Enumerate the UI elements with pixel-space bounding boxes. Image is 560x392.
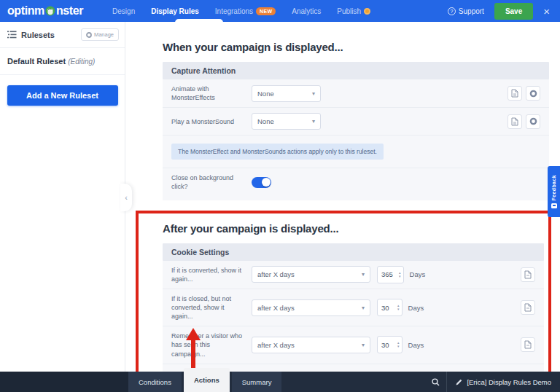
caret-down-icon: ▾ [362,271,365,278]
search-button[interactable] [424,372,446,392]
monster-effects-row: Animate with MonsterEffects None ▾ [163,79,549,108]
support-link[interactable]: ? Support [448,7,484,15]
caret-down-icon: ▾ [362,342,365,348]
remember-interval-select[interactable]: after X days ▾ [252,337,370,353]
logo-text-left: optinm [7,4,44,17]
main-nav: Design Display Rules Integrations NEW An… [112,7,370,15]
cookie-settings-panel: Cookie Settings If it is converted, show… [163,243,544,372]
closed-interval-select[interactable]: after X days ▾ [252,299,370,316]
nav-item-display-rules[interactable]: Display Rules [151,7,199,15]
sidebar-title: Rulesets [21,31,55,39]
days-stepper[interactable]: ▴▾ [377,299,402,316]
caret-down-icon: ▾ [362,305,365,311]
stepper-down-icon[interactable]: ▾ [397,345,400,348]
tab-conditions[interactable]: Conditions [128,372,182,392]
docs-button[interactable] [521,267,535,282]
feedback-label: Feedback [551,175,556,201]
row-label: Play a MonsterSound [171,117,252,126]
stepper-down-icon[interactable]: ▾ [397,307,400,311]
ruleset-editing-state: (Editing) [68,58,95,66]
monster-effects-select[interactable]: None ▾ [252,85,321,102]
selected-value: after X days [257,270,295,278]
nav-item-label: Publish [337,7,361,15]
divider [0,74,125,75]
remember-visitor-row: Remember a visitor who has seen this cam… [163,326,544,364]
background-click-row: Close on background click? [163,168,549,200]
closed-cookie-row: If it is closed, but not converted, show… [163,289,544,326]
nav-item-design[interactable]: Design [112,7,135,15]
new-badge: NEW [256,7,276,15]
optinmonster-logo: optinm nster [7,4,83,17]
ruleset-note: The MonsterEffect and MonsterSounds acti… [171,144,384,160]
docs-button[interactable] [521,337,535,352]
settings-button[interactable] [526,86,540,101]
docs-button[interactable] [521,300,535,315]
campaign-name: [Erica] Display Rules Demo [467,378,551,386]
monster-sound-row: Play a MonsterSound None ▾ [163,108,549,136]
add-ruleset-button[interactable]: Add a New Ruleset [7,85,118,106]
capture-attention-panel: Capture Attention Animate with MonsterEf… [163,62,549,200]
nav-item-publish[interactable]: Publish [337,7,370,15]
monster-sound-select[interactable]: None ▾ [252,113,321,130]
selected-value: None [257,117,274,125]
nav-item-label: Integrations [215,7,253,15]
close-on-background-toggle[interactable] [252,177,271,188]
settings-icon [529,90,537,98]
manage-label: Manage [94,31,114,38]
campaign-name-button[interactable]: [Erica] Display Rules Demo [447,378,560,386]
pencil-icon [456,379,462,385]
caret-down-icon: ▾ [312,118,315,125]
document-icon [524,270,532,279]
days-unit-label: Days [408,304,424,312]
rulesets-sidebar: Rulesets Manage Default Ruleset (Editing… [0,22,125,372]
toggle-label: Close on background click? [171,173,252,191]
manage-button[interactable]: Manage [81,28,119,41]
days-input[interactable] [378,267,397,283]
days-stepper[interactable]: ▴▾ [377,266,404,283]
nav-item-analytics[interactable]: Analytics [292,7,321,15]
tab-summary[interactable]: Summary [232,372,282,392]
days-stepper[interactable]: ▴▾ [377,336,402,353]
selected-value: None [257,90,274,98]
question-circle-icon: ? [448,7,456,15]
tab-actions[interactable]: Actions [184,368,230,392]
list-icon [7,31,17,39]
ruleset-name: Default Ruleset [7,57,66,66]
red-arrow-annotation [184,328,203,372]
gear-icon [86,32,92,38]
logo-text-right: nster [56,4,83,17]
publish-badge-icon [364,8,370,15]
feedback-icon [551,203,557,208]
top-navbar: optinm nster Design Display Rules Integr… [0,0,560,22]
toolbar-spacer [0,372,128,392]
days-unit-label: Days [408,341,424,349]
settings-icon [529,117,537,125]
days-input[interactable] [378,337,395,353]
main-content: When your campaign is displayed... Captu… [125,22,560,372]
docs-button[interactable] [508,86,522,101]
converted-interval-select[interactable]: after X days ▾ [252,266,370,283]
document-icon [524,303,532,312]
note-row: The MonsterEffect and MonsterSounds acti… [163,136,549,168]
selected-value: after X days [257,341,295,349]
document-icon [524,340,532,349]
days-input[interactable] [378,299,395,315]
close-icon[interactable]: × [543,5,550,17]
support-label: Support [459,7,484,15]
search-icon [432,378,440,386]
settings-button[interactable] [526,114,540,129]
when-section-heading: When your campaign is displayed... [163,41,549,53]
converted-cookie-row: If it is converted, show it again... aft… [163,261,544,289]
after-section-heading: After your campaign is displayed... [163,222,547,235]
nav-item-integrations[interactable]: Integrations NEW [215,7,276,15]
docs-button[interactable] [508,114,522,129]
caret-down-icon: ▾ [312,90,315,97]
stepper-down-icon[interactable]: ▾ [399,275,401,278]
sidebar-collapse-handle[interactable]: ‹ [120,184,132,211]
bottom-toolbar: Conditions Actions Summary [Erica] Displ… [0,372,560,392]
panel-title: Capture Attention [163,62,549,79]
document-icon [511,117,518,126]
feedback-tab[interactable]: Feedback [548,166,560,217]
save-button[interactable]: Save [494,3,533,20]
ruleset-item-default[interactable]: Default Ruleset (Editing) [0,48,125,74]
